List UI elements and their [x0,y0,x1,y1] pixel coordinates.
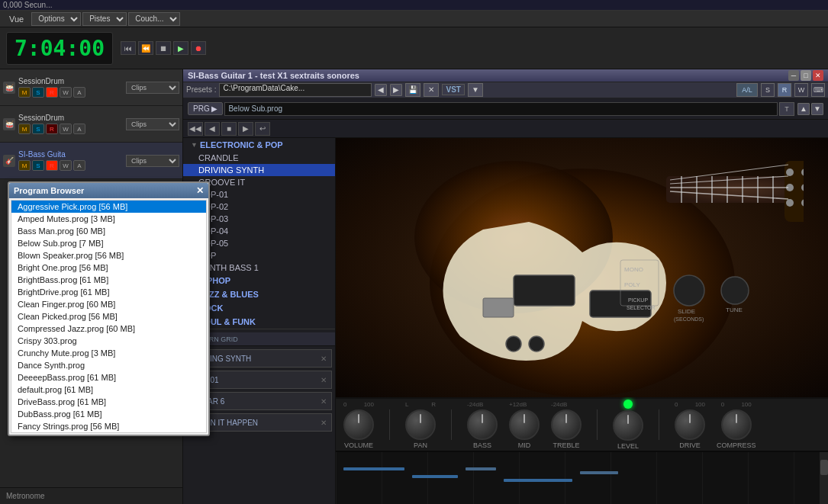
mode-w[interactable]: W [794,83,808,97]
track-clips-1[interactable]: Clips [126,82,179,94]
mode-r[interactable]: R [778,83,791,97]
current-preset: Below Sub.prog [228,104,282,113]
close-slot-3[interactable]: ✕ [321,397,327,406]
timer-display: 7:04:00 [6,32,113,65]
tree-stop[interactable]: ■ [221,122,237,136]
pan-knob[interactable] [405,409,436,440]
track-clips-2[interactable]: Clips [126,118,179,130]
tree-item-crandle[interactable]: CRANDLE [183,152,335,164]
preset-save[interactable]: 💾 [405,83,420,97]
guitar-image: MONO POLY PICKUP SELECTOR SLIDE (SECONDS… [336,138,828,397]
minimize-button[interactable]: ─ [788,70,799,81]
tree-item-driving-synth[interactable]: DRIVING SYNTH [183,164,335,176]
preset-delete[interactable]: ✕ [424,83,439,97]
svg-rect-21 [514,275,575,306]
program-item-5[interactable]: Bright One.prog [56 MB] [11,262,206,274]
program-item-13[interactable]: Dance Synth.prog [11,359,206,371]
track-a-2[interactable]: A [73,124,85,134]
track-mute-2[interactable]: M [18,124,31,134]
program-item-17[interactable]: DubBass.prog [61 MB] [11,408,206,420]
volume-knob[interactable] [343,409,374,440]
program-item-8[interactable]: Clean Finger.prog [60 MB] [11,298,206,310]
preset-down[interactable]: ▼ [811,103,823,115]
tree-return[interactable]: ↩ [255,122,270,136]
restore-button[interactable]: □ [801,70,811,81]
mode-al[interactable]: A/L [736,83,758,97]
transport-start[interactable]: ⏮ [121,41,136,55]
timeline-scrollbar-thumb[interactable] [820,460,828,475]
preset-next[interactable]: ▶ [390,84,402,96]
close-slot-1[interactable]: ✕ [321,355,327,363]
program-item-10[interactable]: Compressed Jazz.prog [60 MB] [11,323,206,335]
track-mute-1[interactable]: M [18,87,31,98]
track-solo-3[interactable]: S [32,160,44,171]
track-mute-3[interactable]: M [18,160,31,171]
program-browser-list[interactable]: Aggressive Pick.prog [56 MB]Amped Mutes.… [11,200,207,433]
program-item-2[interactable]: Bass Man.prog [60 MB] [11,225,206,237]
svg-point-31 [674,275,704,306]
close-button[interactable]: ✕ [813,70,823,81]
menu-vue[interactable]: Vue [3,13,30,25]
track-clips-3[interactable]: Clips [126,155,179,167]
program-item-7[interactable]: BrightDrive.prog [61 MB] [11,286,206,298]
options-dropdown[interactable]: Options [31,12,81,26]
mid-knob[interactable] [509,409,540,440]
track-record-1[interactable]: R [46,87,58,98]
close-slot-2[interactable]: ✕ [321,376,327,384]
drive-knob-group: 0 100 DRIVE [675,401,705,449]
program-item-14[interactable]: DeeeepBass.prog [61 MB] [11,371,206,384]
svg-text:(SECONDS): (SECONDS) [674,316,704,323]
program-item-0[interactable]: Aggressive Pick.prog [56 MB] [11,201,206,213]
track-w-3[interactable]: W [60,160,72,171]
couch-dropdown[interactable]: Couch... [128,12,180,26]
track-solo-1[interactable]: S [32,87,44,98]
tree-play[interactable]: ▶ [238,122,253,136]
transport-record[interactable]: ⏺ [191,41,206,55]
transport-play[interactable]: ▶ [173,41,188,55]
program-item-3[interactable]: Below Sub.prog [7 MB] [11,237,206,249]
close-slot-4[interactable]: ✕ [321,419,327,427]
tree-back[interactable]: ◀◀ [188,122,203,136]
track-record-3[interactable]: R [46,160,58,171]
track-a-1[interactable]: A [73,87,85,98]
tree-prev[interactable]: ◀ [205,122,220,136]
compress-knob[interactable] [721,409,752,440]
track-solo-2[interactable]: S [32,124,44,134]
treble-label: TREBLE [553,441,579,449]
track-w-1[interactable]: W [60,87,72,98]
category-electronic-pop[interactable]: ▼ ELECTRONIC & POP [183,138,335,152]
drive-knob[interactable] [675,409,705,440]
transport-stop[interactable]: ⏹ [156,41,171,55]
svg-point-34 [721,277,749,304]
track-w-2[interactable]: W [60,124,72,134]
mode-keyboard[interactable]: ⌨ [811,83,825,97]
program-item-1[interactable]: Amped Mutes.prog [3 MB] [11,213,206,225]
program-item-6[interactable]: BrightBass.prog [61 MB] [11,274,206,286]
program-item-4[interactable]: Blown Speaker.prog [56 MB] [11,249,206,262]
program-item-15[interactable]: default.prog [61 MB] [11,384,206,396]
preset-prev[interactable]: ◀ [375,84,387,96]
pistes-dropdown[interactable]: Pistes [82,12,127,26]
program-item-11[interactable]: Crispy 303.prog [11,335,206,347]
preset-menu[interactable]: ▼ [468,83,483,97]
treble-knob[interactable] [551,409,582,440]
bass-knob[interactable] [467,409,498,440]
track-icon-drum1: 🥁 [3,82,15,94]
track-record-2[interactable]: R [46,124,58,134]
program-item-9[interactable]: Clean Picked.prog [56 MB] [11,310,206,323]
program-browser-title-bar: Program Browser ✕ [9,183,208,198]
track-a-3[interactable]: A [73,160,85,171]
track-icon-bass: 🎸 [3,155,15,167]
program-item-16[interactable]: DriveBass.prog [61 MB] [11,396,206,408]
program-item-18[interactable]: Fancy Strings.prog [56 MB] [11,420,206,432]
program-item-12[interactable]: Crunchy Mute.prog [3 MB] [11,347,206,359]
preset-path-input[interactable]: C:\ProgramData\Cake... [219,83,372,97]
prog-type[interactable]: T [779,102,794,116]
timeline-scrollbar[interactable] [819,452,828,504]
prg-button[interactable]: PRG ▶ [188,102,223,115]
level-knob[interactable] [613,410,643,441]
program-browser-close[interactable]: ✕ [196,185,204,196]
mode-s[interactable]: S [761,83,775,97]
transport-rewind[interactable]: ⏪ [138,41,153,55]
preset-up[interactable]: ▲ [797,103,810,115]
